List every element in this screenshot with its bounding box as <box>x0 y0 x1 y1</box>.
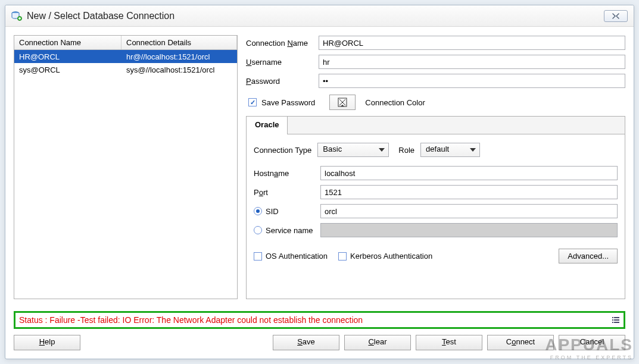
test-button[interactable]: Test <box>416 335 482 350</box>
cell-details: hr@//localhost:1521/orcl <box>121 51 237 62</box>
cell-name: sys@ORCL <box>14 64 121 76</box>
list-icon[interactable] <box>612 316 620 324</box>
status-text: Status : Failure -Test failed: IO Error:… <box>19 315 612 325</box>
tab-oracle[interactable]: Oracle <box>246 116 288 134</box>
service-name-radio[interactable] <box>254 226 262 234</box>
svg-rect-8 <box>614 322 619 323</box>
cell-details: sys@//localhost:1521/orcl <box>121 64 237 76</box>
table-row[interactable]: HR@ORCL hr@//localhost:1521/orcl <box>14 50 237 63</box>
hostname-input[interactable] <box>320 166 618 180</box>
form-pane: Connection Name Username Password Save P… <box>246 35 625 299</box>
save-password-label: Save Password <box>261 98 315 107</box>
svg-rect-4 <box>614 317 619 318</box>
window-title: New / Select Database Connection <box>27 11 604 21</box>
clear-button[interactable]: Clear <box>344 335 411 350</box>
os-auth-checkbox[interactable] <box>254 252 262 261</box>
sid-input[interactable] <box>320 204 618 218</box>
status-bar: Status : Failure -Test failed: IO Error:… <box>14 311 625 329</box>
table-row[interactable]: sys@ORCL sys@//localhost:1521/orcl <box>14 63 237 76</box>
close-button[interactable] <box>604 10 628 22</box>
titlebar: New / Select Database Connection <box>5 5 634 27</box>
connection-name-input[interactable] <box>319 36 625 50</box>
kerberos-auth-checkbox[interactable] <box>338 252 347 261</box>
svg-rect-5 <box>612 319 613 321</box>
sid-radio-label[interactable]: SID <box>254 207 320 216</box>
service-name-radio-label[interactable]: Service name <box>254 226 320 235</box>
port-input[interactable] <box>320 185 618 199</box>
password-input[interactable] <box>319 74 625 88</box>
connection-color-button[interactable] <box>329 95 356 110</box>
kerberos-auth-label: Kerberos Authentication <box>350 252 432 261</box>
os-auth-label: OS Authentication <box>266 252 328 261</box>
connection-color-label: Connection Color <box>365 98 425 107</box>
cell-name: HR@ORCL <box>14 51 121 62</box>
connections-table: Connection Name Connection Details HR@OR… <box>14 35 238 299</box>
column-header-name[interactable]: Connection Name <box>14 36 121 49</box>
cancel-button[interactable]: Cancel <box>559 335 625 350</box>
role-label: Role <box>398 146 414 155</box>
username-input[interactable] <box>319 55 625 69</box>
connection-type-label: Connection Type <box>254 146 311 155</box>
advanced-button[interactable]: Advanced... <box>559 249 618 263</box>
table-header: Connection Name Connection Details <box>14 36 237 50</box>
save-button[interactable]: Save <box>273 335 339 350</box>
tab-content-oracle: Connection Type Basic Role default Hostn… <box>247 134 625 299</box>
button-bar: Help Save Clear Test Connect Cancel <box>5 329 634 359</box>
svg-rect-3 <box>612 317 613 318</box>
connection-dialog: New / Select Database Connection Connect… <box>5 5 634 359</box>
svg-rect-6 <box>614 319 619 321</box>
database-icon <box>11 11 22 21</box>
connect-button[interactable]: Connect <box>487 335 554 350</box>
port-label: Port <box>254 188 320 197</box>
column-header-details[interactable]: Connection Details <box>121 36 237 49</box>
service-name-input[interactable] <box>320 223 618 237</box>
sid-radio[interactable] <box>254 207 262 215</box>
connection-name-label: Connection Name <box>246 39 319 48</box>
connection-type-select[interactable]: Basic <box>317 143 389 157</box>
hostname-label: Hostname <box>254 169 320 178</box>
role-select[interactable]: default <box>420 143 480 157</box>
tab-container: Oracle Connection Type Basic Role defaul… <box>246 116 625 299</box>
username-label: Username <box>246 58 319 67</box>
password-label: Password <box>246 77 319 86</box>
dialog-body: Connection Name Connection Details HR@OR… <box>5 27 634 307</box>
save-password-checkbox[interactable] <box>248 98 257 106</box>
svg-rect-7 <box>612 322 613 323</box>
help-button[interactable]: Help <box>14 335 80 350</box>
tab-strip: Oracle <box>247 117 625 134</box>
